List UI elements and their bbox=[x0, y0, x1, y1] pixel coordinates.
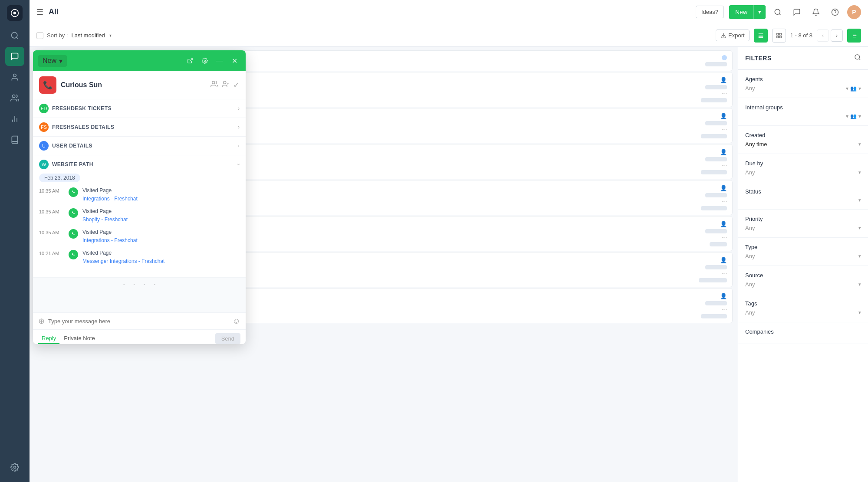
list-view-button[interactable] bbox=[754, 29, 768, 43]
sidebar-logo[interactable] bbox=[7, 5, 23, 21]
filter-type-select[interactable]: Any ▾ bbox=[745, 253, 861, 259]
svg-rect-19 bbox=[776, 33, 778, 35]
filter-created-select[interactable]: Any time ▾ bbox=[745, 141, 861, 148]
filter-groups-label: Internal groups bbox=[745, 104, 861, 111]
private-note-tab[interactable]: Private Note bbox=[60, 333, 99, 344]
chat-icon[interactable] bbox=[790, 5, 804, 19]
resolve-icon[interactable]: ✓ bbox=[233, 80, 240, 90]
filter-priority-label: Priority bbox=[745, 216, 861, 222]
filter-due-select[interactable]: Any ▾ bbox=[745, 169, 861, 176]
user-avatar[interactable]: P bbox=[847, 5, 861, 19]
grid-view-button[interactable] bbox=[772, 29, 786, 43]
filter-type-caret-icon: ▾ bbox=[858, 253, 861, 259]
sidebar-item-reports[interactable] bbox=[5, 109, 24, 128]
reply-input[interactable] bbox=[48, 318, 229, 325]
filter-companies: Companies bbox=[738, 322, 868, 344]
filter-due-by: Due by Any ▾ bbox=[738, 154, 868, 182]
timeline-link-2[interactable]: Integrations - Freshchat bbox=[82, 237, 138, 243]
user-details-section-header[interactable]: U USER DETAILS › bbox=[33, 137, 246, 155]
send-button[interactable]: Send bbox=[215, 333, 240, 344]
emoji-icon[interactable]: ☺ bbox=[233, 317, 240, 326]
column-settings-button[interactable] bbox=[847, 29, 861, 43]
filter-groups-select[interactable]: ▾ 👥 ▾ bbox=[745, 113, 861, 119]
select-all-checkbox[interactable] bbox=[36, 32, 43, 39]
sub-topbar-right: Export 1 - 8 of 8 ‹ › bbox=[716, 29, 861, 43]
timeline-link-1[interactable]: Shopify - Freshchat bbox=[82, 216, 128, 223]
freshdesk-label: FRESHDESK TICKETS bbox=[52, 105, 234, 111]
prev-page-button[interactable]: ‹ bbox=[817, 30, 829, 42]
conversation-list: V 👤 〰 bbox=[30, 47, 738, 482]
filter-tags-select[interactable]: Any ▾ bbox=[745, 309, 861, 316]
sort-value[interactable]: Last modified bbox=[71, 32, 105, 39]
freshdesk-icon: FD bbox=[39, 104, 49, 113]
timeline-time: 10:35 AM bbox=[39, 187, 64, 193]
next-page-button[interactable]: › bbox=[831, 30, 843, 42]
sidebar-item-chat[interactable] bbox=[5, 47, 24, 66]
status-dropdown[interactable]: New ▾ bbox=[38, 55, 67, 67]
timeline-dot-icon bbox=[69, 229, 78, 239]
sidebar-item-book[interactable] bbox=[5, 130, 24, 149]
sidebar-item-groups[interactable] bbox=[5, 89, 24, 108]
website-path-section-header[interactable]: W WEBSITE PATH › bbox=[33, 155, 246, 174]
timeline-action-3: Visited Page bbox=[82, 250, 240, 256]
pagination-arrows: ‹ › bbox=[817, 30, 843, 42]
svg-rect-21 bbox=[776, 36, 778, 38]
reply-box: • • • • ⊕ ☺ Reply bbox=[33, 277, 246, 344]
timeline-item: 10:35 AM Visited Page Integrations - Fre… bbox=[39, 187, 240, 202]
filter-priority-select[interactable]: Any ▾ bbox=[745, 225, 861, 231]
filter-agents-icons: ▾ 👥 ▾ bbox=[846, 85, 861, 92]
sort-caret-icon[interactable]: ▾ bbox=[109, 33, 112, 38]
filter-title: FILTERS bbox=[745, 55, 772, 62]
filter-status-select[interactable]: ▾ bbox=[745, 197, 861, 203]
freshsales-arrow-icon: › bbox=[238, 124, 240, 130]
filter-created-value: Any time bbox=[745, 141, 767, 148]
timeline-dot-icon bbox=[69, 187, 78, 197]
minimize-icon[interactable]: — bbox=[214, 55, 226, 67]
new-button-group: New ▾ bbox=[729, 5, 766, 19]
new-button[interactable]: New bbox=[729, 6, 753, 19]
filter-search-icon[interactable] bbox=[854, 54, 861, 62]
timeline-link-0[interactable]: Integrations - Freshchat bbox=[82, 196, 138, 202]
timeline-link-3[interactable]: Messenger Integrations - Freshchat bbox=[82, 258, 164, 264]
reply-input-area: ⊕ ☺ bbox=[33, 312, 246, 329]
settings-icon[interactable] bbox=[199, 55, 211, 67]
freshdesk-section-header[interactable]: FD FRESHDESK TICKETS › bbox=[33, 99, 246, 118]
filter-status-caret-icon: ▾ bbox=[858, 197, 861, 203]
filter-tags-label: Tags bbox=[745, 300, 861, 307]
freshsales-section-header[interactable]: FS FRESHSALES DETAILS › bbox=[33, 118, 246, 136]
new-dropdown-toggle[interactable]: ▾ bbox=[754, 6, 766, 18]
svg-point-35 bbox=[855, 55, 860, 59]
timeline-content: Visited Page Integrations - Freshchat bbox=[82, 187, 240, 202]
popup-header: New ▾ — ✕ bbox=[33, 50, 246, 71]
assign-agent-icon[interactable] bbox=[222, 80, 230, 90]
search-icon[interactable] bbox=[771, 5, 785, 19]
phone-icon: 📞 bbox=[39, 76, 56, 94]
sidebar-item-contacts[interactable] bbox=[5, 68, 24, 87]
export-label: Export bbox=[728, 32, 745, 39]
svg-line-36 bbox=[859, 59, 860, 60]
assign-team-icon[interactable] bbox=[210, 80, 218, 90]
add-attachment-icon[interactable]: ⊕ bbox=[38, 316, 45, 326]
ideas-button[interactable]: Ideas? bbox=[696, 6, 724, 18]
close-icon[interactable]: ✕ bbox=[228, 55, 240, 67]
external-link-icon[interactable] bbox=[184, 55, 196, 67]
menu-icon[interactable]: ☰ bbox=[36, 7, 43, 17]
export-button[interactable]: Export bbox=[716, 30, 750, 41]
filter-source-select[interactable]: Any ▾ bbox=[745, 281, 861, 288]
filter-due-caret-icon: ▾ bbox=[858, 170, 861, 175]
popup-contact: 📞 Curious Sun ✓ bbox=[33, 71, 246, 99]
status-caret-icon: ▾ bbox=[59, 57, 62, 65]
content-area: V 👤 〰 bbox=[30, 47, 868, 482]
filter-agents-select[interactable]: Any ▾ 👥 ▾ bbox=[745, 85, 861, 92]
svg-point-1 bbox=[13, 12, 16, 15]
sidebar-item-settings[interactable] bbox=[5, 458, 24, 477]
notification-icon[interactable] bbox=[809, 5, 823, 19]
sidebar-item-search[interactable] bbox=[5, 26, 24, 45]
reply-tab[interactable]: Reply bbox=[38, 333, 59, 344]
filter-type-label: Type bbox=[745, 244, 861, 250]
help-icon[interactable] bbox=[828, 5, 842, 19]
filter-groups-icons: ▾ 👥 ▾ bbox=[846, 113, 861, 119]
filter-tags: Tags Any ▾ bbox=[738, 294, 868, 322]
svg-point-9 bbox=[14, 466, 16, 469]
timeline-action-0: Visited Page bbox=[82, 187, 240, 193]
